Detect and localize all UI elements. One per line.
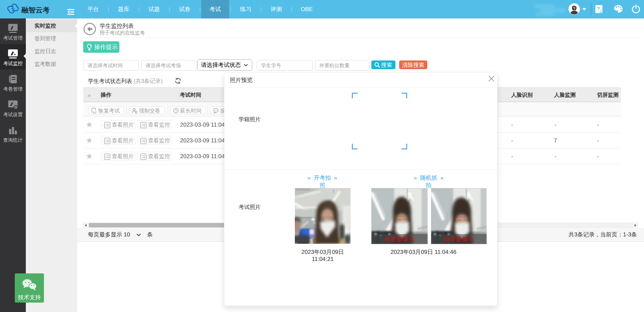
svg-text:?: ? [597,6,600,11]
